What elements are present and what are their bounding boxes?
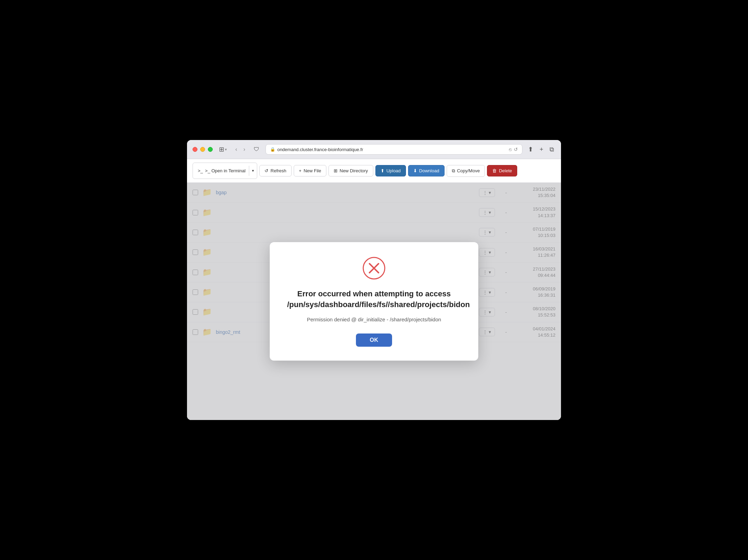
new-file-icon: +	[299, 168, 302, 173]
new-directory-icon: ⊞	[334, 168, 338, 173]
file-list: 📁 bgap ⋮ ▾ - 23/11/202215:35:04 📁 ⋮ ▾ - …	[187, 183, 561, 420]
new-file-button[interactable]: + New File	[294, 165, 326, 176]
delete-icon: 🗑	[492, 168, 497, 173]
copy-move-button[interactable]: ⧉ Copy/Move	[447, 165, 485, 177]
refresh-label: Refresh	[270, 168, 286, 173]
close-button[interactable]	[193, 147, 197, 152]
browser-window: ⊞ ▾ ‹ › 🛡 🔒 ⎋ ↺ ⬆ + ⧉ >_ >_ Open in Term…	[187, 140, 561, 420]
download-button[interactable]: ⬇ Download	[408, 165, 445, 176]
maximize-button[interactable]	[208, 147, 213, 152]
download-icon: ⬇	[413, 168, 417, 173]
terminal-icon: >_	[198, 168, 203, 173]
toolbar: >_ >_ Open in Terminal ▾ ↺ Refresh + New…	[187, 159, 561, 183]
error-icon	[362, 256, 386, 280]
upload-icon: ⬆	[381, 168, 384, 173]
nav-controls: ‹ ›	[233, 145, 247, 154]
forward-button[interactable]: ›	[241, 145, 247, 154]
sidebar-icon: ⊞	[219, 146, 224, 153]
dialog-title: Error occurred when attempting to access…	[287, 289, 461, 310]
delete-button[interactable]: 🗑 Delete	[487, 165, 517, 176]
minimize-button[interactable]	[200, 147, 205, 152]
open-terminal-label: >_ Open in Terminal	[205, 168, 245, 173]
new-file-label: New File	[303, 168, 321, 173]
download-label: Download	[419, 168, 439, 173]
title-bar-actions: ⬆ + ⧉	[527, 144, 555, 155]
share-button[interactable]: ⬆	[527, 144, 535, 155]
traffic-lights	[193, 147, 213, 152]
sidebar-toggle-button[interactable]: ⊞ ▾	[217, 144, 229, 155]
upload-button[interactable]: ⬆ Upload	[375, 165, 406, 176]
new-tab-button[interactable]: +	[538, 145, 545, 155]
copy-move-label: Copy/Move	[457, 168, 480, 173]
address-icons: ⎋ ↺	[509, 147, 518, 152]
delete-label: Delete	[499, 168, 512, 173]
translate-icon: ⎋	[509, 147, 512, 152]
new-directory-label: New Directory	[340, 168, 368, 173]
new-directory-button[interactable]: ⊞ New Directory	[328, 165, 373, 176]
upload-label: Upload	[387, 168, 401, 173]
dialog-message: Permission denied @ dir_initialize - /sh…	[287, 316, 461, 324]
lock-icon: 🔒	[270, 147, 275, 152]
tabs-button[interactable]: ⧉	[548, 145, 555, 155]
copy-move-icon: ⧉	[452, 168, 455, 174]
dialog-ok-button[interactable]: OK	[356, 333, 392, 347]
shield-icon: 🛡	[252, 145, 261, 154]
title-bar: ⊞ ▾ ‹ › 🛡 🔒 ⎋ ↺ ⬆ + ⧉	[187, 140, 561, 159]
address-input[interactable]	[277, 147, 507, 152]
refresh-icon: ↺	[265, 168, 268, 173]
back-button[interactable]: ‹	[233, 145, 239, 154]
error-dialog: Error occurred when attempting to access…	[270, 242, 478, 360]
refresh-icon: ↺	[514, 147, 518, 152]
address-bar-container: 🔒 ⎋ ↺	[266, 144, 523, 155]
sidebar-dropdown-icon: ▾	[225, 147, 227, 152]
open-terminal-button[interactable]: >_ >_ Open in Terminal ▾	[193, 163, 257, 179]
refresh-button[interactable]: ↺ Refresh	[259, 165, 292, 176]
terminal-dropdown-arrow[interactable]: ▾	[249, 166, 257, 176]
modal-overlay: Error occurred when attempting to access…	[187, 183, 561, 420]
